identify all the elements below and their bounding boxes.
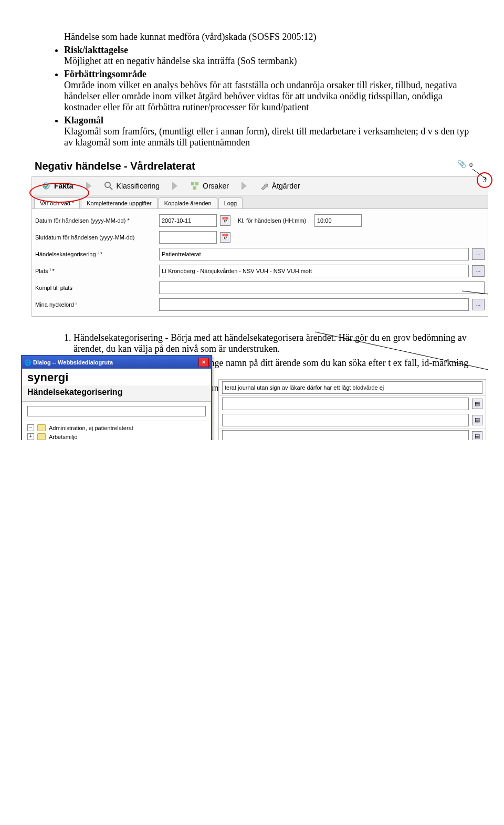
dialog-title-text: 🌐 Dialog -- Webbsidedialogruta: [24, 359, 113, 366]
svg-rect-3: [191, 182, 194, 185]
annotation-badge-3: 3: [477, 172, 492, 188]
blank-field[interactable]: [222, 398, 469, 410]
label-plats: Plats ⁱ *: [35, 268, 156, 275]
msg-field[interactable]: [222, 381, 482, 394]
label-kompl: Kompl till plats: [35, 285, 156, 291]
picker-button[interactable]: ...: [472, 265, 485, 277]
tree-node-label: Arbetsmiljö: [49, 434, 77, 440]
tab-separator-icon: [86, 182, 91, 190]
attachment-icon[interactable]: 📎: [457, 160, 466, 169]
input-time[interactable]: [314, 214, 362, 227]
note-icon[interactable]: ▤: [472, 399, 482, 409]
picker-button[interactable]: ...: [472, 248, 485, 260]
tab-fakta[interactable]: Fakta: [36, 180, 79, 192]
tab-orsaker-label: Orsaker: [203, 182, 229, 190]
dialog-search-input[interactable]: [27, 406, 206, 416]
term-risk: Risk/iakttagelse: [64, 45, 128, 55]
svg-rect-5: [193, 186, 196, 190]
tree-node[interactable]: +Arbetsmiljö: [27, 432, 206, 440]
input-plats[interactable]: [159, 265, 469, 277]
tab-atgarder-label: Åtgärder: [272, 182, 300, 190]
blank-field[interactable]: [222, 430, 469, 440]
category-dialog: 🌐 Dialog -- Webbsidedialogruta × synergi…: [21, 355, 212, 440]
svg-point-1: [105, 182, 110, 187]
tab-orsaker[interactable]: Orsaker: [185, 180, 234, 192]
tree-node-label: Administration, ej patientrelaterat: [49, 425, 133, 431]
tree-node[interactable]: −Administration, ej patientrelaterat: [27, 423, 206, 432]
definitions-list: Risk/iakttagelse Möjlighet att en negati…: [52, 45, 472, 148]
input-enddate[interactable]: [159, 231, 217, 244]
tab-klass-label: Klassificering: [117, 182, 160, 190]
picker-button[interactable]: ...: [472, 299, 485, 310]
tab-fakta-label: Fakta: [54, 182, 74, 190]
tab-atgarder[interactable]: Åtgärder: [254, 180, 306, 192]
input-category[interactable]: [159, 248, 469, 260]
term-forbattring-desc: Område inom vilket en analys behövs för …: [64, 80, 457, 112]
note-icon[interactable]: ▤: [472, 415, 482, 425]
subtab-logg[interactable]: Logg: [218, 197, 243, 208]
svg-point-0: [43, 183, 49, 189]
note-icon[interactable]: ▤: [472, 431, 482, 440]
application-screenshot: Negativ händelse - Vårdrelaterat 📎 0 Fak…: [32, 159, 488, 317]
dialog-heading: Händelsekategorisering: [22, 385, 211, 402]
input-date[interactable]: [159, 214, 217, 227]
main-tab-row: Fakta Klassificering Orsaker Åtgärder: [32, 176, 488, 195]
close-icon[interactable]: ×: [198, 358, 209, 367]
subtab-varochvad[interactable]: Var och vad *: [34, 197, 80, 208]
svg-rect-4: [195, 182, 198, 185]
expand-icon[interactable]: +: [27, 433, 34, 440]
label-nyckel: Mina nyckelord ⁱ: [35, 301, 156, 308]
label-time: Kl. för händelsen (HH:mm): [238, 217, 311, 224]
category-tree: −Administration, ej patientrelaterat+Arb…: [22, 421, 211, 440]
term-risk-desc: Möjlighet att en negativ händelse ska in…: [64, 56, 297, 66]
calendar-icon[interactable]: 📅: [220, 232, 230, 243]
eye-check-icon: [41, 181, 51, 191]
input-kompl[interactable]: [159, 281, 485, 294]
attachment-count: 0: [469, 162, 472, 168]
input-nyckel[interactable]: [159, 298, 469, 311]
step-1: Händelsekategorisering - Börja med att h…: [74, 332, 472, 354]
form-title: Negativ händelse - Vårdrelaterat: [32, 159, 488, 176]
svg-line-2: [110, 187, 112, 190]
subtab-komplet[interactable]: Kompletterande uppgifter: [81, 197, 158, 208]
folder-icon: [37, 433, 46, 440]
label-date: Datum för händelsen (yyyy-MM-dd) *: [35, 217, 156, 224]
label-enddate: Slutdatum för händelsen (yyyy-MM-dd): [35, 234, 156, 241]
expand-icon[interactable]: −: [27, 424, 34, 431]
term-forbattring: Förbättringsområde: [64, 69, 146, 79]
magnifier-icon: [104, 181, 113, 191]
folder-icon: [37, 424, 46, 431]
right-panel: ▤ ▤ ▤ ... ... ▾ Ärendehandläggare Status…: [218, 379, 486, 440]
label-cat: Händelsekategorisering ⁱ *: [35, 251, 156, 258]
ie-icon: 🌐: [24, 359, 32, 365]
squares-icon: [190, 181, 200, 191]
term-klagomal-desc: Klagomål som framförs, (muntligt eller i…: [64, 126, 469, 148]
calendar-icon[interactable]: 📅: [220, 215, 230, 226]
tab-separator-icon: [242, 182, 247, 190]
subtab-kopplade[interactable]: Kopplade ärenden: [159, 197, 217, 208]
subtab-row: Var och vad * Kompletterande uppgifter K…: [32, 195, 488, 208]
intro-line: Händelse som hade kunnat medföra (vård)s…: [64, 32, 472, 43]
form-body: Datum för händelsen (yyyy-MM-dd) * 📅 Kl.…: [32, 208, 488, 317]
tab-klassificering[interactable]: Klassificering: [99, 180, 165, 192]
dialog-titlebar[interactable]: 🌐 Dialog -- Webbsidedialogruta ×: [22, 356, 211, 369]
wrench-icon: [259, 181, 269, 191]
term-klagomal: Klagomål: [64, 115, 103, 126]
dialog-brand: synergi: [22, 369, 211, 385]
blank-field[interactable]: [222, 414, 469, 426]
tab-separator-icon: [172, 182, 177, 190]
